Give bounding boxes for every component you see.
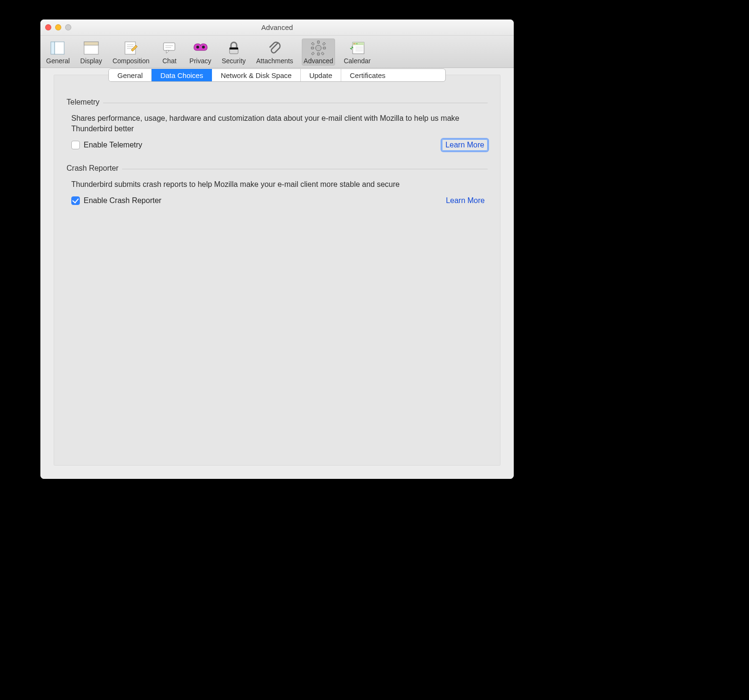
svg-point-20: [356, 43, 357, 44]
window-controls: [45, 24, 71, 30]
crash-description: Thunderbird submits crash reports to hel…: [71, 179, 471, 190]
svg-rect-3: [84, 42, 98, 45]
divider: [122, 169, 488, 169]
checkbox-label: Enable Telemetry: [84, 141, 142, 149]
tab-certificates[interactable]: Certificates: [341, 69, 394, 81]
svg-rect-1: [55, 42, 64, 54]
toolbar-item-display[interactable]: Display: [78, 39, 104, 66]
toolbar-label: Privacy: [190, 57, 211, 65]
section-title: Telemetry: [67, 98, 99, 107]
section-title: Crash Reporter: [67, 164, 118, 173]
toolbar-label: Display: [80, 57, 102, 65]
maximize-icon[interactable]: [65, 24, 71, 30]
tab-general[interactable]: General: [109, 69, 152, 81]
composition-icon: [123, 39, 140, 57]
tab-update[interactable]: Update: [301, 69, 341, 81]
checkbox-icon: [71, 196, 80, 205]
general-icon: [49, 39, 67, 57]
preferences-window: Advanced General Display Composition Cha…: [40, 19, 514, 479]
svg-rect-0: [51, 42, 55, 54]
display-icon: [83, 39, 100, 57]
toolbar-item-advanced[interactable]: Advanced: [302, 39, 335, 66]
content-panel: General Data Choices Network & Disk Spac…: [54, 75, 500, 466]
svg-point-18: [354, 43, 355, 44]
svg-point-19: [355, 43, 356, 44]
telemetry-learn-more-link[interactable]: Learn More: [442, 139, 488, 151]
telemetry-description: Shares performance, usage, hardware and …: [71, 113, 471, 134]
attachments-icon: [266, 39, 283, 57]
enable-crash-reporter-checkbox[interactable]: Enable Crash Reporter: [71, 196, 162, 205]
security-icon: [225, 39, 242, 57]
toolbar-label: Chat: [163, 57, 177, 65]
toolbar-item-general[interactable]: General: [44, 39, 72, 66]
sub-tabs: General Data Choices Network & Disk Spac…: [108, 68, 446, 82]
toolbar-label: Composition: [113, 57, 150, 65]
toolbar-item-calendar[interactable]: Calendar: [342, 39, 373, 66]
crash-learn-more-link[interactable]: Learn More: [443, 195, 488, 206]
toolbar-label: General: [46, 57, 70, 65]
prefs-toolbar: General Display Composition Chat Privacy: [40, 36, 514, 68]
calendar-icon: [349, 39, 366, 57]
privacy-icon: [192, 39, 209, 57]
checkbox-label: Enable Crash Reporter: [84, 196, 162, 205]
tab-network-disk[interactable]: Network & Disk Space: [212, 69, 300, 81]
tab-data-choices[interactable]: Data Choices: [152, 69, 212, 81]
toolbar-item-security[interactable]: Security: [220, 39, 248, 66]
advanced-icon: [310, 39, 327, 57]
toolbar-label: Advanced: [304, 57, 333, 65]
svg-rect-8: [163, 43, 175, 50]
telemetry-section: Telemetry Shares performance, usage, har…: [54, 88, 500, 155]
content-body: General Data Choices Network & Disk Spac…: [40, 68, 514, 479]
titlebar: Advanced: [40, 19, 514, 36]
svg-point-12: [202, 46, 205, 49]
toolbar-item-chat[interactable]: Chat: [158, 39, 181, 66]
toolbar-item-attachments[interactable]: Attachments: [254, 39, 295, 66]
window-title: Advanced: [45, 23, 509, 31]
toolbar-label: Calendar: [344, 57, 371, 65]
divider: [103, 103, 488, 103]
checkbox-icon: [71, 141, 80, 149]
toolbar-item-composition[interactable]: Composition: [111, 39, 152, 66]
svg-point-15: [316, 45, 321, 51]
close-icon[interactable]: [45, 24, 51, 30]
enable-telemetry-checkbox[interactable]: Enable Telemetry: [71, 141, 142, 149]
toolbar-label: Attachments: [256, 57, 293, 65]
crash-section: Crash Reporter Thunderbird submits crash…: [54, 155, 500, 210]
svg-point-11: [196, 46, 199, 49]
toolbar-label: Security: [221, 57, 246, 65]
chat-icon: [161, 39, 178, 57]
svg-rect-14: [230, 48, 238, 49]
minimize-icon[interactable]: [55, 24, 61, 30]
toolbar-item-privacy[interactable]: Privacy: [188, 39, 213, 66]
